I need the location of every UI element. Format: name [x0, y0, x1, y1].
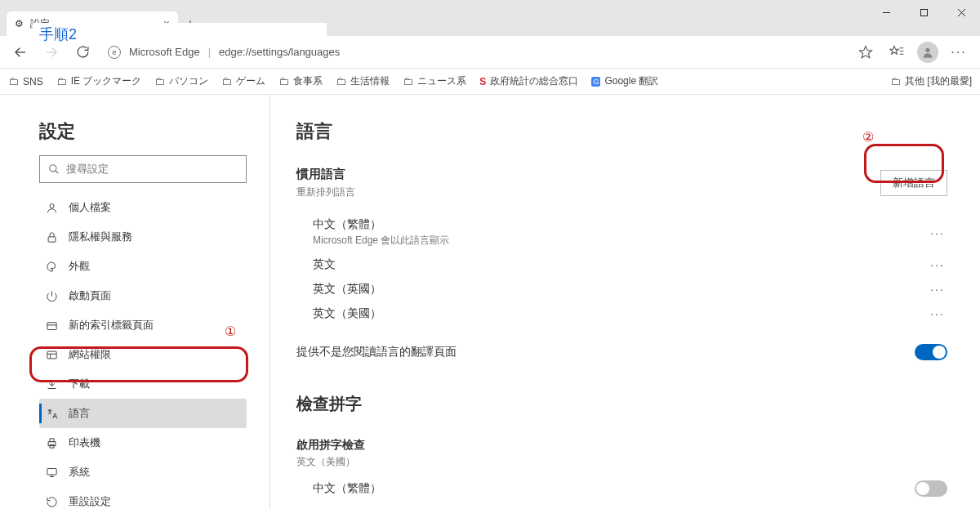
language-more-button[interactable]: ··· — [928, 283, 947, 296]
titlebar — [0, 0, 980, 8]
bookmark-gov[interactable]: S政府統計の総合窓口 — [479, 74, 578, 88]
minimize-button[interactable] — [867, 0, 905, 25]
sidebar-item-appearance[interactable]: 外觀 — [39, 252, 247, 281]
svg-rect-27 — [47, 468, 56, 475]
page-title: 語言 — [296, 119, 947, 144]
annotation-step-label: 手順2 — [33, 23, 327, 44]
language-icon — [46, 408, 59, 420]
grid-icon — [46, 319, 59, 332]
translate-option-label: 提供不是您閱讀語言的翻譯頁面 — [296, 345, 457, 359]
profile-button[interactable] — [913, 38, 942, 67]
sidebar-title: 設定 — [39, 119, 247, 144]
sidebar-item-profile[interactable]: 個人檔案 — [39, 193, 247, 222]
folder-icon: 🗀 — [8, 75, 19, 87]
svg-rect-1 — [920, 9, 927, 16]
address-url: edge://settings/languages — [219, 46, 340, 58]
folder-icon: 🗀 — [336, 75, 346, 87]
preferred-languages-header: 慣用語言 重新排列語言 新增語言 — [296, 167, 947, 199]
monitor-icon — [46, 467, 59, 479]
sidebar-item-system[interactable]: 系統 — [39, 458, 247, 487]
language-more-button[interactable]: ··· — [928, 258, 947, 271]
folder-icon: 🗀 — [56, 75, 67, 87]
spell-toggle[interactable] — [915, 480, 947, 497]
svg-rect-24 — [48, 441, 56, 445]
favorites-list-button[interactable] — [882, 38, 911, 67]
reset-icon — [46, 496, 59, 508]
spell-note: 英文（美國） — [296, 455, 947, 469]
bookmarks-bar: 🗀SNS 🗀IE ブックマーク 🗀パソコン 🗀ゲーム 🗀食事系 🗀生活情報 🗀ニ… — [0, 69, 980, 95]
language-item: 英文 ··· — [296, 252, 947, 277]
person-icon — [46, 202, 59, 214]
translate-option-row: 提供不是您閱讀語言的翻譯頁面 — [296, 344, 947, 360]
printer-icon — [46, 437, 59, 449]
folder-icon: 🗀 — [221, 75, 232, 87]
language-item: 英文（英國） ··· — [296, 277, 947, 301]
svg-point-14 — [50, 203, 54, 208]
g-badge-icon: G — [591, 77, 600, 87]
more-button[interactable]: ··· — [944, 38, 973, 67]
sidebar-search[interactable]: 搜尋設定 — [39, 155, 247, 183]
spell-heading: 檢查拼字 — [296, 393, 947, 415]
bookmark-overflow[interactable]: 🗀其他 [我的最愛] — [890, 74, 972, 88]
avatar-icon — [917, 42, 938, 63]
spell-lang-row: 中文（繁體） — [296, 480, 947, 497]
svg-point-12 — [50, 165, 56, 172]
annotation-marker-2: ② — [862, 129, 874, 145]
svg-rect-26 — [50, 444, 54, 448]
language-more-button[interactable]: ··· — [928, 226, 947, 239]
sidebar-item-reset[interactable]: 重設設定 — [39, 487, 247, 509]
annotation-marker-1: ① — [225, 324, 236, 339]
search-placeholder: 搜尋設定 — [66, 162, 109, 176]
search-icon — [48, 163, 60, 175]
sidebar-item-startup[interactable]: 啟動頁面 — [39, 281, 247, 310]
svg-marker-7 — [890, 46, 899, 54]
ellipsis-icon: ··· — [951, 45, 966, 60]
bookmark-folder[interactable]: 🗀パソコン — [154, 74, 208, 88]
favorite-star-button[interactable] — [851, 38, 880, 67]
edge-logo-icon: e — [108, 46, 121, 59]
svg-rect-15 — [48, 236, 56, 241]
palette-icon — [46, 261, 59, 273]
sidebar-item-languages[interactable]: 語言 — [39, 399, 247, 428]
translate-toggle[interactable] — [915, 344, 947, 360]
folder-icon: 🗀 — [890, 75, 901, 87]
close-button[interactable] — [942, 0, 980, 25]
bookmark-folder[interactable]: 🗀IE ブックマーク — [56, 74, 142, 88]
language-more-button[interactable]: ··· — [928, 307, 947, 320]
sidebar-item-printers[interactable]: 印表機 — [39, 428, 247, 458]
s-badge-icon: S — [479, 76, 486, 87]
power-icon — [46, 290, 59, 302]
lock-icon — [46, 231, 59, 243]
bookmark-folder[interactable]: 🗀SNS — [8, 75, 43, 87]
sidebar-item-privacy[interactable]: 隱私權與服務 — [39, 222, 247, 252]
svg-rect-25 — [50, 438, 54, 441]
language-item: 中文（繁體）Microsoft Edge 會以此語言顯示 ··· — [296, 212, 947, 252]
annotation-box-2 — [864, 144, 944, 183]
maximize-button[interactable] — [905, 0, 942, 25]
window-controls — [867, 0, 980, 25]
address-separator: | — [208, 46, 211, 58]
settings-sidebar: 設定 搜尋設定 個人檔案 隱私權與服務 外觀 啟動頁面 新的索引標籤頁面 網站權… — [0, 95, 270, 509]
bookmark-folder[interactable]: 🗀生活情報 — [336, 74, 390, 88]
folder-icon: 🗀 — [154, 75, 165, 87]
bookmark-folder[interactable]: 🗀ニュース系 — [403, 74, 466, 88]
page-body: 設定 搜尋設定 個人檔案 隱私權與服務 外觀 啟動頁面 新的索引標籤頁面 網站權… — [0, 95, 980, 509]
sidebar-item-newtab[interactable]: 新的索引標籤頁面 — [39, 310, 247, 340]
preferred-heading: 慣用語言 — [296, 167, 355, 182]
folder-icon: 🗀 — [278, 75, 289, 87]
svg-rect-17 — [47, 322, 56, 329]
spellcheck-section: 檢查拼字 啟用拼字檢查 英文（美國） 中文（繁體） — [296, 393, 947, 497]
svg-marker-6 — [860, 46, 872, 57]
language-list: 中文（繁體）Microsoft Edge 會以此語言顯示 ··· 英文 ··· … — [296, 212, 947, 326]
spell-subheading: 啟用拼字檢查 — [296, 438, 947, 453]
svg-line-13 — [56, 171, 59, 174]
language-item: 英文（美國） ··· — [296, 301, 947, 326]
gear-icon: ⚙ — [15, 18, 24, 29]
bookmark-folder[interactable]: 🗀食事系 — [278, 74, 323, 88]
preferred-desc: 重新排列語言 — [296, 185, 355, 199]
bookmark-folder[interactable]: 🗀ゲーム — [221, 74, 265, 88]
folder-icon: 🗀 — [403, 75, 413, 87]
back-button[interactable] — [7, 38, 34, 66]
svg-point-11 — [925, 47, 929, 51]
bookmark-translate[interactable]: GGoogle 翻訳 — [591, 74, 658, 88]
